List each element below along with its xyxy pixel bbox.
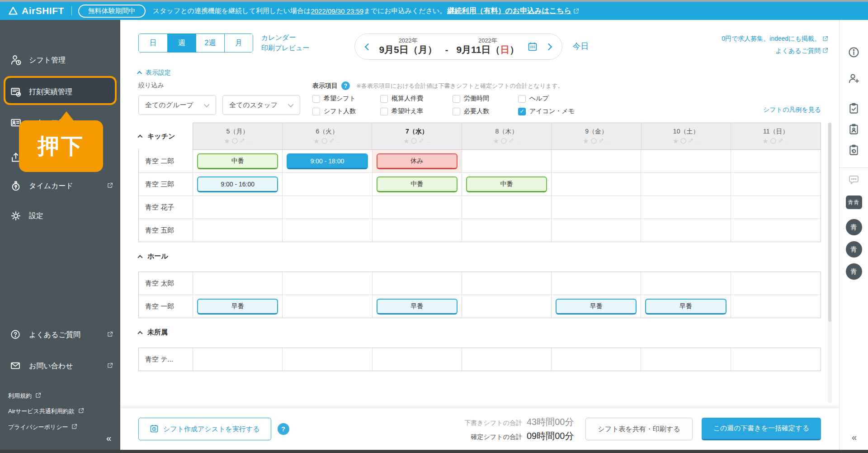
shift-cell[interactable] <box>283 219 372 242</box>
shift-chip-早番[interactable]: 早番 <box>645 299 726 315</box>
staff-pair-badge[interactable]: 青青 <box>840 196 868 209</box>
staff-avatar[interactable]: 青 <box>840 219 868 235</box>
shift-chip-休み[interactable]: 休み <box>377 153 458 169</box>
checkbox-希望シフト[interactable]: 希望シフト <box>312 95 380 103</box>
staff-avatar[interactable]: 青 <box>840 241 868 257</box>
shift-chip-早番[interactable]: 早番 <box>377 299 458 315</box>
shift-cell[interactable]: 中番 <box>193 150 283 172</box>
shift-cell[interactable] <box>731 272 821 295</box>
shift-cell[interactable] <box>193 272 283 295</box>
view-tab-2週[interactable]: 2週 <box>196 34 224 52</box>
shift-chip-9:00 - 16:00[interactable]: 9:00 - 16:00 <box>197 176 278 192</box>
sidebar-item-打刻実績管理[interactable]: 打刻実績管理 <box>0 82 120 102</box>
shift-cell[interactable] <box>283 272 372 295</box>
shift-cell[interactable] <box>641 173 731 196</box>
shift-cell[interactable] <box>731 173 821 196</box>
shift-cell[interactable] <box>641 150 731 172</box>
airshift-logo[interactable]: AirSHIFT <box>8 5 64 16</box>
collapse-group-icon[interactable] <box>137 331 142 336</box>
prev-week-button[interactable] <box>365 43 372 50</box>
rail-info-icon[interactable] <box>840 46 868 60</box>
collapse-group-icon[interactable] <box>137 134 142 139</box>
shift-cell[interactable] <box>552 272 641 295</box>
rail-person-add-icon[interactable] <box>840 72 868 86</box>
checkbox-シフト人数[interactable]: シフト人数 <box>312 107 380 115</box>
shift-cell[interactable] <box>552 173 641 196</box>
shift-cell[interactable] <box>373 219 462 242</box>
faq-link-top[interactable]: よくあるご質問 <box>722 45 828 57</box>
shift-cell[interactable] <box>641 196 731 219</box>
shift-cell[interactable] <box>283 173 372 196</box>
checkbox-概算人件費[interactable]: 概算人件費 <box>380 95 453 103</box>
shift-cell[interactable] <box>193 196 283 219</box>
bulk-confirm-button[interactable]: この週の下書きを一括確定する <box>702 418 821 440</box>
checkbox-希望叶え率[interactable]: 希望叶え率 <box>380 107 453 115</box>
rail-clipboard-sync-icon[interactable] <box>840 144 868 158</box>
rail-collapse-button[interactable]: « <box>840 432 868 443</box>
sidebar-item-設定[interactable]: 設定 <box>0 206 120 226</box>
shift-cell[interactable]: 休み <box>373 150 462 172</box>
sidebar-footer-link[interactable]: Airサービス共通利用約款 <box>0 405 120 418</box>
share-print-button[interactable]: シフト表を共有・印刷する <box>585 418 692 440</box>
shift-cell[interactable] <box>283 196 372 219</box>
shift-cell[interactable] <box>462 295 552 318</box>
shift-cell[interactable] <box>373 272 462 295</box>
shift-cell[interactable] <box>283 295 372 318</box>
paid-signup-link[interactable]: 継続利用（有料）のお申込みはこちら <box>447 6 579 16</box>
shift-legend-link[interactable]: シフトの凡例を見る <box>763 106 821 114</box>
rail-chat-icon[interactable] <box>840 174 868 188</box>
shift-chip-9:00 - 18:00[interactable]: 9:00 - 18:00 <box>287 153 368 169</box>
help-question-icon[interactable]: ? <box>341 81 350 90</box>
shift-cell[interactable] <box>731 196 821 219</box>
collapse-group-icon[interactable] <box>137 255 142 260</box>
view-tab-月[interactable]: 月 <box>224 34 253 52</box>
shift-cell[interactable] <box>462 272 552 295</box>
checkbox-アイコン・メモ[interactable]: ✓アイコン・メモ <box>518 107 604 115</box>
shift-cell[interactable] <box>373 196 462 219</box>
today-link[interactable]: 今日 <box>572 41 589 52</box>
shift-chip-中番[interactable]: 中番 <box>377 176 458 192</box>
shift-cell[interactable] <box>552 348 641 371</box>
shift-chip-早番[interactable]: 早番 <box>556 299 637 315</box>
sidebar-item-よくあるご質問[interactable]: よくあるご質問 <box>0 325 120 345</box>
next-week-button[interactable] <box>545 43 552 50</box>
view-tab-日[interactable]: 日 <box>139 34 167 52</box>
shift-cell[interactable]: 中番 <box>462 173 552 196</box>
checkbox-ヘルプ[interactable]: ヘルプ <box>518 95 604 103</box>
scrollbar-thumb[interactable] <box>828 123 831 322</box>
rail-clipboard-person-icon[interactable] <box>840 123 868 137</box>
shift-cell[interactable] <box>552 219 641 242</box>
shift-cell[interactable] <box>193 348 283 371</box>
shift-cell[interactable]: 9:00 - 16:00 <box>193 173 283 196</box>
shift-cell[interactable] <box>731 295 821 318</box>
sidebar-collapse-button[interactable]: « <box>106 433 110 443</box>
shift-cell[interactable] <box>552 150 641 172</box>
sidebar-item-タイムカード[interactable]: タイムカード <box>0 176 120 196</box>
sidebar-footer-link[interactable]: プライバシーポリシー <box>0 420 120 434</box>
view-tab-週[interactable]: 週 <box>167 34 196 52</box>
shift-cell[interactable] <box>731 219 821 242</box>
shift-cell[interactable] <box>641 272 731 295</box>
job-posting-link[interactable]: 0円で求人募集。indeedにも掲載。 <box>722 33 828 45</box>
shift-cell[interactable]: 9:00 - 18:00 <box>283 150 372 172</box>
shift-cell[interactable]: 中番 <box>373 173 462 196</box>
shift-cell[interactable] <box>641 219 731 242</box>
checkbox-必要人数[interactable]: 必要人数 <box>453 107 518 115</box>
sidebar-footer-link[interactable]: 利用規約 <box>0 389 120 403</box>
shift-cell[interactable] <box>462 219 552 242</box>
staff-select[interactable]: 全てのスタッフ <box>222 95 300 115</box>
shift-cell[interactable] <box>373 348 462 371</box>
staff-avatar[interactable]: 青 <box>840 263 868 280</box>
shift-cell[interactable]: 早番 <box>641 295 731 318</box>
calendar-link[interactable]: カレンダー <box>261 33 309 42</box>
rail-clipboard-check-icon[interactable] <box>840 102 868 116</box>
sidebar-item-シフト管理[interactable]: シフト管理 <box>0 50 120 70</box>
shift-cell[interactable] <box>193 219 283 242</box>
shift-chip-中番[interactable]: 中番 <box>466 176 547 192</box>
calendar-picker-icon[interactable] <box>527 41 538 54</box>
display-settings-toggle[interactable]: 表示設定 <box>120 60 839 77</box>
shift-cell[interactable] <box>462 348 552 371</box>
shift-cell[interactable]: 早番 <box>552 295 641 318</box>
shift-cell[interactable]: 早番 <box>373 295 462 318</box>
shift-cell[interactable] <box>462 196 552 219</box>
